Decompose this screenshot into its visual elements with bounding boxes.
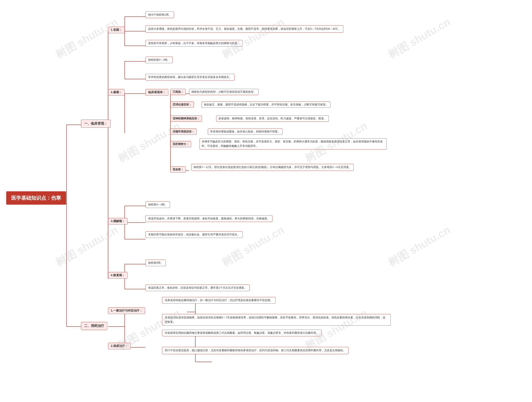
xunhuan-content: 常有相对缓脉或重脉，如并发心肌炎，则相对缓脉不明显。 bbox=[208, 129, 283, 135]
shenjing-label: ③神经精神系统症状： bbox=[171, 115, 202, 122]
bingyin-node2: 胆汁中其浓度也较高，能口服或注射，尤其对多重耐药菌株所致伤寒者的治疗，应列为首选… bbox=[162, 347, 348, 354]
jiqi-prenode2: 常伴有伤寒的典型表现，肠出血与肠穿孔等并发症亦较多在本期发生。 bbox=[146, 74, 235, 80]
bingyin-node1: 目前推荐应用的抗菌药物主要是喹诺酮类或第三代头孢菌素，如环丙沙星、氧氟沙星、诺氟… bbox=[162, 330, 322, 336]
shenjing-content: 患者虚弱、精神恍惚、表情淡漠、呆滞、反应迟钝、听力减退。严重者可出现谵妄、昏迷。 bbox=[216, 115, 329, 122]
section1-label: 一、临床变现： bbox=[81, 120, 111, 128]
jiqi-label: 2.极期： bbox=[108, 89, 125, 96]
bingyin-label: 2.病原治疗： bbox=[108, 343, 131, 349]
huanjie-node1: 病程第3～4周。 bbox=[146, 201, 170, 208]
pizhen-content: 病程第7～12天。部分患者出现皮肤淡红色的小斑丘疹(玫瑰疹)，分布以胸腹部为多，… bbox=[191, 164, 354, 171]
xiaohua-content: 食欲缺乏，腹胀，腹部不适或有隐痛，以右下腹为明显，亦可有轻压痛。多呈便秘，少数可… bbox=[202, 102, 330, 108]
huifu-node1: 病程第5周。 bbox=[146, 259, 166, 266]
chuqi-node1: 相当于病程第1周。 bbox=[146, 12, 174, 18]
yiban-node2: 患者按消化道传染病隔离，临床症状消失后每隔5～7天送检粪便培养，连续2次阴性可解… bbox=[162, 314, 391, 326]
section2-label: 二、用药治疗 bbox=[81, 322, 107, 330]
huifu-label: 4.恢复期： bbox=[108, 272, 128, 279]
gaore-content: 稽留热为典型的热型，少数可呈弛张型或不规则热型。 bbox=[189, 89, 259, 95]
ganpi-label: ⑤肝脾肿大： bbox=[171, 141, 191, 147]
huifu-node2: 体温回复正常，食欲好转，症状及体征均回复正常。通常需1个月左右才完全康复。 bbox=[146, 285, 250, 291]
chuqi-label: 1.初期： bbox=[108, 27, 125, 33]
connector-lines bbox=[54, 4, 522, 397]
gaore-label: ①高热： bbox=[171, 89, 186, 95]
chuqi-node3: 发热前可有畏寒，少有寒战，出汗不多。本期未常能触及肿大的脾脏与肝脏。 bbox=[146, 40, 243, 47]
xunhuan-label: ④循环系统症状： bbox=[171, 129, 196, 135]
jiqi-prenode1: 病程的第2～3周。 bbox=[146, 57, 173, 63]
huanjie-node2: 体温开始波动，并逐渐下降。患者仍觉虚弱，食欲开始恢复，腹胀减轻。肿大的脾脏回缩，… bbox=[146, 215, 272, 222]
huanjie-label: 3.缓解期： bbox=[108, 218, 128, 225]
pizhen-label: ⑥皮疹： bbox=[171, 166, 186, 173]
ganpi-content: 本期常可触及肝大的脾脏、质软、有轻压痛，亦可发现肝大、质软、有压痛。肝脾肿大通常… bbox=[200, 138, 386, 149]
yiban-label: 1.一般治疗与对症治疗： bbox=[108, 307, 145, 314]
yiban-node1: 伤寒虽有特效抗菌药物治疗，但一般治疗与对症治疗，尤以护理及饮食的重要性不容忽视。 bbox=[162, 297, 276, 304]
xiaohua-label: ②消化道症状： bbox=[171, 102, 194, 108]
chuqi-node2: 起病大多缓慢，发热是最早出现的症状，常伴全身不适、乏力、食欲减退、头痛、腹部不适… bbox=[146, 25, 343, 33]
huanjie-node3: 本期仍有可能出现各种并发症，包括肠出血、肠穿孔等严重并发症仍可发生。 bbox=[146, 231, 243, 238]
linchuan-label: 临床表现有： bbox=[146, 89, 168, 96]
